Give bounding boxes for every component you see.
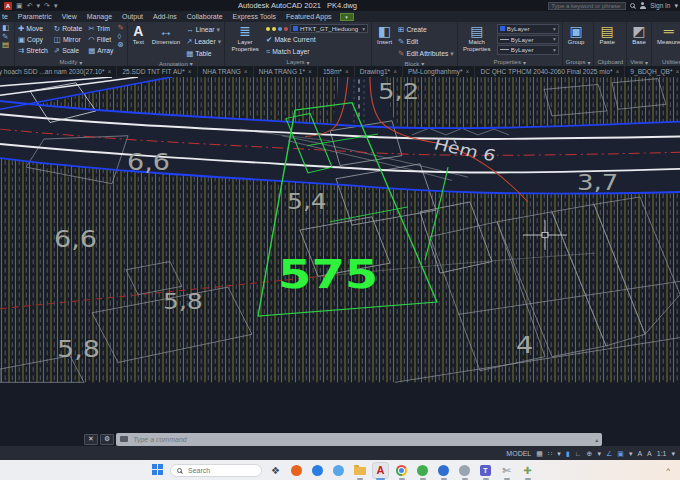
- snip-icon[interactable]: ✄: [499, 463, 514, 478]
- trim-button[interactable]: ✂Trim: [88, 23, 113, 34]
- pin-icon[interactable]: ✚: [520, 463, 535, 478]
- ribbon-tab[interactable]: Collaborate: [182, 11, 228, 22]
- command-close-icon[interactable]: ✕: [84, 434, 98, 445]
- linetype-dropdown[interactable]: ByLayer▾: [497, 45, 559, 55]
- utilities-panel-label[interactable]: Utilities▾: [655, 57, 680, 66]
- annotation-panel-label[interactable]: Annotation▾: [131, 59, 221, 66]
- layer-freeze-icon[interactable]: [272, 27, 276, 31]
- command-input[interactable]: [131, 435, 592, 444]
- file-tab[interactable]: uy hoạch SDD ...an nam 2030(27.10*×: [0, 66, 117, 77]
- ribbon-tab[interactable]: Output: [117, 11, 148, 22]
- polar-dropdown-icon[interactable]: ▾: [597, 450, 601, 457]
- groups-panel-label[interactable]: Groups▾: [566, 57, 591, 66]
- make-current-button[interactable]: ✔Make Current: [266, 34, 368, 45]
- color-dropdown[interactable]: ByLayer▾: [497, 24, 559, 34]
- dimension-button[interactable]: ↔Dimension: [150, 23, 182, 46]
- group-button[interactable]: ▣Group: [566, 23, 587, 46]
- firefox-icon[interactable]: [289, 463, 304, 478]
- workspace-icon[interactable]: ▾: [340, 13, 354, 21]
- stretch-button[interactable]: ⇉Stretch: [18, 45, 48, 56]
- move-button[interactable]: ✚Move: [18, 23, 48, 34]
- match-layer-button[interactable]: ≈Match Layer: [266, 46, 368, 57]
- ribbon-tab[interactable]: Manage: [82, 11, 117, 22]
- match-properties-button[interactable]: ▤Match Properties: [461, 23, 493, 52]
- edit-attributes-button[interactable]: ✎Edit Attributes▾: [398, 48, 454, 59]
- layer-dropdown[interactable]: HTKT_GT_Hieduong ▾: [290, 24, 368, 34]
- undo-icon[interactable]: ↶: [27, 2, 33, 10]
- clock-app-icon[interactable]: [457, 463, 472, 478]
- insert-button[interactable]: ◧Insert: [375, 23, 394, 46]
- user-icon[interactable]: [639, 2, 646, 9]
- scale-button[interactable]: ⇗Scale: [54, 45, 82, 56]
- leader-button[interactable]: ↗Leader▾: [186, 36, 221, 47]
- undo-dropdown-icon[interactable]: ▾: [37, 2, 41, 10]
- layer-color-icon[interactable]: [284, 27, 288, 31]
- teams-icon[interactable]: T: [478, 463, 493, 478]
- command-expand-icon[interactable]: ▴: [595, 436, 598, 443]
- modify-panel-label[interactable]: Modify▾: [18, 57, 124, 66]
- fillet-button[interactable]: ◠Fillet: [88, 34, 113, 45]
- layer-on-icon[interactable]: [266, 27, 270, 31]
- grid-display-icon[interactable]: ▦: [536, 450, 543, 457]
- file-tab[interactable]: NHA TRANG×: [198, 66, 254, 77]
- file-tab[interactable]: 9_BDQH_QB*×: [625, 66, 680, 77]
- linear-button[interactable]: ↔Linear▾: [186, 24, 221, 35]
- model-button[interactable]: MODEL: [506, 450, 531, 457]
- close-icon[interactable]: ×: [188, 68, 192, 75]
- close-icon[interactable]: ×: [676, 68, 680, 75]
- create-block-button[interactable]: ⊞Create: [398, 24, 454, 35]
- apps-dropdown-icon[interactable]: ▾: [674, 2, 678, 10]
- annotation-scale-button[interactable]: 1:1: [657, 450, 667, 457]
- dynamic-input-icon[interactable]: ▮: [566, 450, 570, 457]
- file-tab[interactable]: Drawing1*×: [355, 66, 403, 77]
- drawing-canvas[interactable]: 5,2Hèm 66,63,75,46,65755,85,84 ✕ ⚙ ▴: [0, 77, 680, 446]
- store-icon[interactable]: [331, 463, 346, 478]
- ribbon-tab[interactable]: Featured Apps: [281, 11, 337, 22]
- file-explorer-icon[interactable]: [352, 463, 367, 478]
- file-tab[interactable]: DC QHC TPHCM 2040-2060 Final 2025 mio*×: [475, 66, 625, 77]
- table-button[interactable]: ▦Table: [186, 48, 221, 59]
- rotate-button[interactable]: ↻Rotate: [54, 23, 82, 34]
- layer-lock-icon[interactable]: [278, 27, 282, 31]
- taskbar-search-input[interactable]: [186, 466, 246, 475]
- close-icon[interactable]: ×: [393, 68, 397, 75]
- file-tab[interactable]: PM-Longthanhmy*×: [403, 66, 475, 77]
- view-panel-label[interactable]: View▾: [630, 57, 648, 66]
- drawing-viewport[interactable]: 5,2Hèm 66,63,75,46,65755,85,84: [0, 77, 680, 446]
- object-snap-tracking-icon[interactable]: ∠: [606, 450, 612, 457]
- block-panel-label[interactable]: Block▾: [375, 59, 454, 66]
- sign-in-button[interactable]: Sign In: [650, 2, 670, 9]
- search-icon[interactable]: [630, 3, 635, 8]
- app-green-icon[interactable]: [415, 463, 430, 478]
- array-button[interactable]: ▦Array: [88, 45, 113, 56]
- autocad-icon[interactable]: A: [373, 463, 388, 478]
- close-icon[interactable]: ×: [466, 68, 470, 75]
- file-tab[interactable]: 158m*×: [318, 66, 355, 77]
- object-snap-icon[interactable]: ▣: [617, 450, 624, 457]
- file-tab[interactable]: NHA TRANG 1*×: [254, 66, 318, 77]
- offset-icon[interactable]: ⊗: [118, 41, 124, 49]
- paste-button[interactable]: ▤Paste: [597, 23, 616, 46]
- properties-panel-label[interactable]: Properties▾: [461, 57, 559, 66]
- close-icon[interactable]: ×: [244, 68, 248, 75]
- base-button[interactable]: ◩Base: [630, 23, 648, 46]
- layers-panel-label[interactable]: Layers▾: [228, 57, 368, 66]
- close-icon[interactable]: ×: [308, 68, 312, 75]
- hatch-icon[interactable]: ▤: [2, 41, 11, 49]
- command-customize-icon[interactable]: ⚙: [100, 434, 114, 445]
- tray-expand-icon[interactable]: ^: [666, 466, 670, 475]
- scale-dropdown-icon[interactable]: ▾: [671, 450, 675, 457]
- taskbar-search[interactable]: [170, 464, 262, 477]
- save-icon[interactable]: ▣: [16, 2, 23, 10]
- start-button[interactable]: [152, 464, 164, 476]
- snap-mode-icon[interactable]: ∷: [548, 450, 552, 457]
- globe-app-icon[interactable]: [436, 463, 451, 478]
- pencil-icon[interactable]: ✎: [2, 33, 11, 41]
- text-button[interactable]: AText: [131, 23, 146, 46]
- task-view-icon[interactable]: ❖: [268, 463, 283, 478]
- edge-icon[interactable]: [310, 463, 325, 478]
- command-input-field[interactable]: ▴: [116, 433, 602, 446]
- file-tab[interactable]: 25.SDD TNT FIT AU*×: [117, 66, 197, 77]
- ribbon-tab[interactable]: View: [57, 11, 82, 22]
- copy-button[interactable]: ▣Copy: [18, 34, 48, 45]
